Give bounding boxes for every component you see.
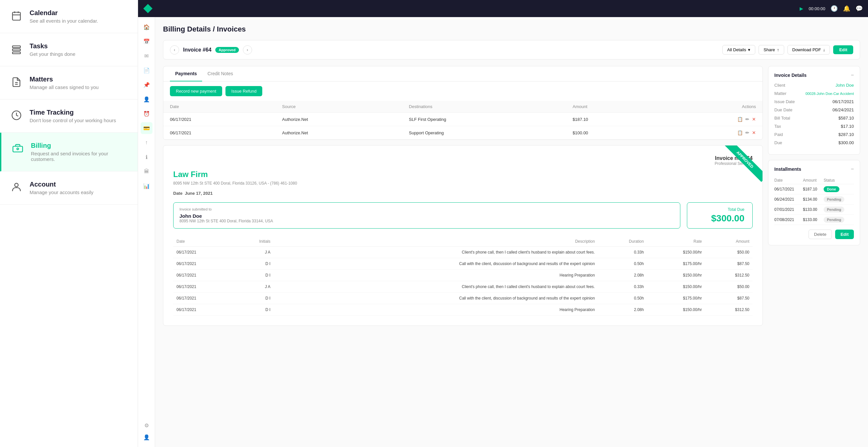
svg-rect-4 xyxy=(12,46,20,47)
nav-calendar[interactable]: 📅 xyxy=(141,35,153,47)
payment-actions: 📋 ✏ ✕ xyxy=(659,126,763,140)
edit-payment-icon[interactable]: ✏ xyxy=(745,116,749,122)
svg-rect-10 xyxy=(13,146,22,152)
issue-refund-label: Issue Refund xyxy=(231,89,257,94)
li-initials: D I xyxy=(234,258,274,270)
icon-nav: 🏠 📅 ✉ 📄 📌 👤 ⏰ 💳 ↑ ℹ 🏛 📊 ⚙ 👤 xyxy=(138,17,155,447)
li-rate: $150.00/hr xyxy=(647,247,705,258)
tasks-icon xyxy=(10,42,23,56)
matter-value[interactable]: 00028-John Doe-Car Accident xyxy=(806,92,854,96)
date-value: June 17, 2021 xyxy=(185,191,213,196)
record-new-payment-button[interactable]: Record new payment xyxy=(170,86,222,96)
payment-source: Authorize.Net xyxy=(275,126,402,140)
collapse-details-icon[interactable]: − xyxy=(851,72,854,78)
paid-row: Paid $287.10 xyxy=(774,132,854,137)
all-details-button[interactable]: All Details ▾ xyxy=(722,45,755,55)
delete-payment-icon[interactable]: ✕ xyxy=(752,116,756,122)
edit-button[interactable]: Edit xyxy=(833,45,853,54)
col-amount: Amount xyxy=(566,101,659,113)
tab-payments[interactable]: Payments xyxy=(170,66,202,81)
billing-title: Billing xyxy=(31,142,128,149)
share-label: Share xyxy=(764,47,775,52)
li-description: Call with the client, discussion of back… xyxy=(274,293,598,304)
nav-profile[interactable]: 👤 xyxy=(141,431,153,443)
prev-invoice-button[interactable]: ‹ xyxy=(170,45,179,55)
li-date: 06/17/2021 xyxy=(173,270,234,281)
sidebar-item-billing[interactable]: Billing Request and send invoices for yo… xyxy=(0,133,138,171)
table-row: 06/17/2021 Authorize.Net SLF First Opera… xyxy=(163,113,763,126)
li-rate: $175.00/hr xyxy=(647,293,705,304)
calendar-icon xyxy=(10,9,23,22)
li-description: Client's phone call, then I called clien… xyxy=(274,247,598,258)
sidebar-item-tasks[interactable]: Tasks Get your things done xyxy=(0,33,138,66)
payment-source: Authorize.Net xyxy=(275,113,402,126)
edit-payment-icon[interactable]: ✏ xyxy=(745,130,749,135)
invoice-meta: Invoice no. #64 Professional Services xyxy=(173,156,753,166)
svg-rect-0 xyxy=(12,12,20,20)
calendar-subtitle: See all events in your calendar. xyxy=(30,18,98,24)
inst-amount: $134.00 xyxy=(803,195,824,205)
li-initials: J A xyxy=(234,281,274,293)
message-icon[interactable]: 💬 xyxy=(856,5,863,12)
due-date-label: Due Date xyxy=(774,107,793,112)
installments-card: Installments − Date Amount Status xyxy=(768,160,860,245)
collapse-installments-icon[interactable]: − xyxy=(851,166,854,172)
delete-installment-button[interactable]: Delete xyxy=(808,230,832,239)
sidebar-item-time-tracking[interactable]: Time Tracking Don't lose control of your… xyxy=(0,100,138,133)
notification-icon[interactable]: 🔔 xyxy=(843,5,850,12)
nav-user[interactable]: 👤 xyxy=(141,93,153,105)
nav-info[interactable]: ℹ xyxy=(141,151,153,163)
topbar-right: ▶ 00:00:00 🕐 🔔 💬 xyxy=(800,5,863,12)
play-icon[interactable]: ▶ xyxy=(800,6,803,11)
nav-settings[interactable]: ⚙ xyxy=(141,419,153,431)
sidebar-item-matters[interactable]: Matters Manage all cases signed to you xyxy=(0,66,138,100)
issue-refund-button[interactable]: Issue Refund xyxy=(225,86,262,96)
nav-billing[interactable]: 💳 xyxy=(141,122,153,134)
download-pdf-button[interactable]: Download PDF ↓ xyxy=(787,45,830,55)
payment-amount: $187.10 xyxy=(566,113,659,126)
li-amount: $312.50 xyxy=(705,304,753,316)
nav-clock[interactable]: ⏰ xyxy=(141,108,153,119)
nav-upload[interactable]: ↑ xyxy=(141,137,153,148)
tax-label: Tax xyxy=(774,124,781,129)
nav-chart[interactable]: 📊 xyxy=(141,180,153,192)
record-payment-label: Record new payment xyxy=(176,89,216,94)
invoice-header: ‹ Invoice #64 Approved › All Details ▾ S… xyxy=(163,40,860,60)
col-source: Source xyxy=(275,101,402,113)
tab-credit-notes[interactable]: Credit Notes xyxy=(202,66,238,81)
invoice-header-actions: All Details ▾ Share ↑ Download PDF ↓ Edi… xyxy=(722,45,854,55)
li-rate: $150.00/hr xyxy=(647,270,705,281)
invoice-to-section: Invoice submitted to John Doe 8095 NW 12… xyxy=(173,202,753,229)
li-initials: D I xyxy=(234,304,274,316)
tasks-subtitle: Get your things done xyxy=(30,51,75,57)
view-payment-icon[interactable]: 📋 xyxy=(737,116,743,122)
li-initials: D I xyxy=(234,270,274,281)
next-invoice-button[interactable]: › xyxy=(243,45,252,55)
nav-pin[interactable]: 📌 xyxy=(141,79,153,91)
share-button[interactable]: Share ↑ xyxy=(758,45,784,55)
main-area: ▶ 00:00:00 🕐 🔔 💬 🏠 📅 ✉ 📄 📌 👤 ⏰ 💳 ↑ ℹ 🏛 📊… xyxy=(138,0,868,447)
sidebar-item-account[interactable]: Account Manage your accounts easily xyxy=(0,171,138,205)
issue-date-value: 06/17/2021 xyxy=(833,99,854,104)
app-logo xyxy=(143,4,153,13)
edit-installment-button[interactable]: Edit xyxy=(835,230,854,239)
nav-messages[interactable]: ✉ xyxy=(141,50,153,62)
payment-amount: $100.00 xyxy=(566,126,659,140)
history-icon[interactable]: 🕐 xyxy=(831,5,838,12)
client-value[interactable]: John Doe xyxy=(835,83,854,88)
nav-building[interactable]: 🏛 xyxy=(141,166,153,177)
li-col-duration: Duration xyxy=(598,237,647,247)
li-date: 06/17/2021 xyxy=(173,258,234,270)
li-duration: 2.08h xyxy=(598,304,647,316)
nav-home[interactable]: 🏠 xyxy=(141,21,153,33)
delete-payment-icon[interactable]: ✕ xyxy=(752,130,756,135)
time-tracking-subtitle: Don't lose control of your working hours xyxy=(30,117,116,123)
tax-value: $17.10 xyxy=(841,124,854,129)
inst-amount: $133.00 xyxy=(803,215,824,225)
nav-docs[interactable]: 📄 xyxy=(141,64,153,76)
invoice-body: Payments Credit Notes Record new payment xyxy=(163,66,860,326)
client-address: 8095 NW 12th St STE 400 Doral, Florida 3… xyxy=(180,219,674,224)
sidebar-item-calendar[interactable]: Calendar See all events in your calendar… xyxy=(0,0,138,33)
due-label: Due xyxy=(774,140,782,145)
view-payment-icon[interactable]: 📋 xyxy=(737,130,743,135)
